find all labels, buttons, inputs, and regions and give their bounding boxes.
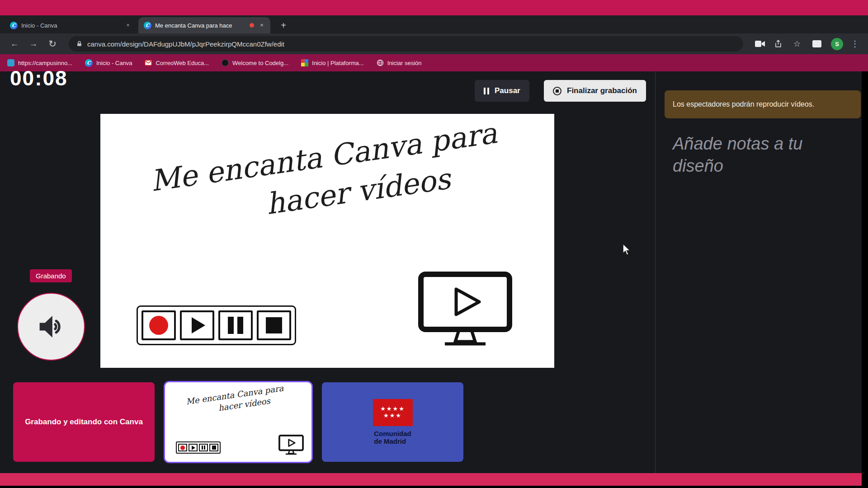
reload-button[interactable]: ↻ bbox=[44, 36, 61, 52]
side-panel-icon[interactable] bbox=[810, 37, 824, 51]
tab-title: Inicio - Canva bbox=[21, 22, 120, 29]
bookmark-star-icon[interactable]: ☆ bbox=[790, 37, 804, 51]
lock-icon bbox=[76, 40, 83, 47]
campus-favicon bbox=[7, 59, 14, 66]
bookmark-canva[interactable]: C Inicio - Canva bbox=[85, 59, 132, 67]
tab-close-icon[interactable]: × bbox=[258, 21, 266, 29]
play-icon bbox=[189, 444, 198, 451]
share-icon[interactable] bbox=[771, 37, 785, 51]
tab-recording-indicator-icon bbox=[250, 23, 254, 28]
record-icon bbox=[178, 444, 187, 451]
bookmark-label: Iniciar sesión bbox=[387, 60, 422, 66]
new-tab-button[interactable]: + bbox=[278, 20, 289, 32]
codelg-favicon bbox=[222, 59, 229, 66]
profile-avatar[interactable]: S bbox=[831, 38, 843, 50]
mini-script-text: Me encanta Canva para hacer vídeos bbox=[167, 381, 304, 421]
stop-square-icon bbox=[209, 444, 218, 451]
pause-button[interactable]: Pausar bbox=[475, 80, 529, 102]
tv-play-icon bbox=[416, 271, 514, 352]
globe-favicon bbox=[377, 59, 384, 66]
bookmark-label: Inicio | Plataforma... bbox=[312, 60, 364, 66]
bookmark-label: Inicio - Canva bbox=[96, 60, 132, 66]
side-panel-icon-shape bbox=[812, 40, 821, 47]
org-name-line-1: Comunidad bbox=[374, 430, 411, 437]
record-icon bbox=[142, 310, 176, 340]
pause-bars-icon bbox=[199, 444, 208, 451]
thumbnail-title-text: Grabando y editando con Canva bbox=[16, 418, 152, 427]
menu-kebab-icon[interactable]: ⋮ bbox=[848, 37, 862, 51]
finish-button-label: Finalizar grabación bbox=[567, 86, 637, 95]
browser-window: C Inicio - Canva × C Me encanta Canva pa… bbox=[0, 0, 868, 488]
mini-media-controls-graphic bbox=[176, 441, 221, 454]
thumbnail-title-slide[interactable]: Grabando y editando con Canva bbox=[13, 382, 155, 462]
bookmark-correoweb[interactable]: CorreoWeb Educa... bbox=[145, 59, 209, 66]
tab-bar: C Inicio - Canva × C Me encanta Canva pa… bbox=[0, 15, 868, 33]
bookmark-label: https://campusinno... bbox=[18, 60, 72, 66]
speaker-icon bbox=[35, 313, 67, 341]
mini-tv-play-icon bbox=[278, 435, 304, 456]
bookmark-iniciar-sesion[interactable]: Iniciar sesión bbox=[377, 59, 422, 66]
stop-icon bbox=[553, 87, 561, 95]
flag-stars-row-1: ★★★★ bbox=[380, 406, 405, 413]
org-name-line-2: de Madrid bbox=[374, 437, 411, 445]
notes-placeholder[interactable]: Añade notas a tu diseño bbox=[673, 133, 854, 177]
window-frame-strip bbox=[0, 0, 868, 15]
back-button[interactable]: ← bbox=[6, 36, 23, 52]
camera-in-use-icon[interactable] bbox=[753, 37, 767, 51]
url-bar[interactable]: canva.com/design/DAFdugpUJbM/pJqrPeekzir… bbox=[69, 36, 743, 52]
thumbnail-current-slide[interactable]: Me encanta Canva para hacer vídeos bbox=[164, 381, 313, 463]
plataforma-favicon bbox=[301, 59, 308, 66]
forward-button[interactable]: → bbox=[25, 36, 42, 52]
mail-favicon bbox=[145, 59, 152, 66]
canva-favicon: C bbox=[10, 22, 18, 29]
bookmark-codelg[interactable]: Welcome to Codelg... bbox=[222, 59, 288, 66]
pause-bars-icon bbox=[218, 310, 253, 340]
play-icon bbox=[180, 310, 214, 340]
panel-divider bbox=[655, 71, 656, 473]
flag-stars-row-2: ★★★ bbox=[383, 413, 402, 419]
canva-favicon: C bbox=[85, 59, 93, 67]
pause-icon bbox=[484, 88, 489, 94]
media-controls-graphic bbox=[137, 305, 296, 345]
cursor-pointer bbox=[621, 244, 632, 256]
bookmarks-bar: https://campusinno... C Inicio - Canva C… bbox=[0, 54, 868, 71]
bookmark-campus[interactable]: https://campusinno... bbox=[7, 59, 72, 66]
slide-script-text: Me encanta Canva para hacer vídeos bbox=[115, 109, 538, 244]
recording-badge: Grabando bbox=[30, 269, 72, 282]
viewers-notice-banner: Los espectadores podrán reproducir vídeo… bbox=[665, 90, 861, 118]
org-name-text: Comunidad de Madrid bbox=[374, 430, 411, 446]
design-canvas: Me encanta Canva para hacer vídeos bbox=[100, 114, 554, 368]
url-text: canva.com/design/DAFdugpUJbM/pJqrPeekzir… bbox=[87, 40, 284, 48]
bookmark-plataforma[interactable]: Inicio | Plataforma... bbox=[301, 59, 364, 66]
comunidad-madrid-flag: ★★★★ ★★★ bbox=[373, 399, 413, 426]
tab-design-editor[interactable]: C Me encanta Canva para hace × bbox=[138, 17, 270, 33]
stop-square-icon bbox=[257, 310, 291, 340]
tab-inicio-canva[interactable]: C Inicio - Canva × bbox=[5, 17, 137, 33]
recording-timer: 00:08 bbox=[10, 66, 68, 90]
bookmark-label: Welcome to Codelg... bbox=[232, 60, 288, 66]
bookmark-label: CorreoWeb Educa... bbox=[156, 60, 209, 66]
canva-favicon: C bbox=[144, 22, 151, 29]
pause-button-label: Pausar bbox=[495, 86, 520, 95]
mute-button[interactable] bbox=[17, 293, 85, 361]
tab-close-icon[interactable]: × bbox=[124, 21, 132, 29]
thumbnail-logo-slide[interactable]: ★★★★ ★★★ Comunidad de Madrid bbox=[322, 382, 463, 462]
address-toolbar: ← → ↻ canva.com/design/DAFdugpUJbM/pJqrP… bbox=[0, 33, 868, 54]
finish-recording-button[interactable]: Finalizar grabación bbox=[544, 80, 646, 102]
bottom-accent-strip bbox=[0, 473, 862, 486]
tab-title: Me encanta Canva para hace bbox=[155, 22, 246, 29]
